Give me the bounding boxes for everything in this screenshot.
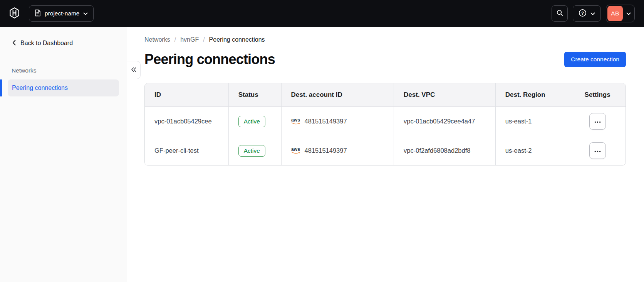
row-settings-button[interactable] xyxy=(589,142,606,159)
cell-settings xyxy=(569,107,626,136)
search-icon xyxy=(556,9,564,18)
sidebar-item-peering-connections[interactable]: Peering connections xyxy=(8,79,119,96)
cell-status: Active xyxy=(229,107,282,136)
status-badge: Active xyxy=(238,116,265,127)
svg-text:?: ? xyxy=(581,10,584,15)
breadcrumb-separator: / xyxy=(174,36,176,43)
search-button[interactable] xyxy=(552,5,568,22)
table-header-row: ID Status Dest. account ID Dest. VPC Des… xyxy=(145,83,626,107)
double-chevron-left-icon xyxy=(131,67,136,73)
table-row: vpc-01acb05429cee Active aws xyxy=(145,107,626,136)
page-title: Peering connections xyxy=(144,51,275,68)
avatar: AB xyxy=(607,6,623,21)
sidebar: Back to Dashboard Networks Peering conne… xyxy=(0,27,127,282)
hashicorp-logo[interactable] xyxy=(9,7,20,20)
account-menu-button[interactable]: AB xyxy=(606,5,635,22)
chevron-down-icon xyxy=(590,10,595,17)
column-header-vpc: Dest. VPC xyxy=(394,83,496,107)
body: Back to Dashboard Networks Peering conne… xyxy=(0,27,644,282)
cell-vpc: vpc-0f2afd6808ad2bdf8 xyxy=(394,136,496,165)
chevron-down-icon xyxy=(83,10,88,17)
aws-icon: aws xyxy=(291,118,300,125)
chevron-left-icon xyxy=(12,40,16,47)
breadcrumb-current: Peering connections xyxy=(209,36,265,43)
status-badge: Active xyxy=(238,145,265,157)
peering-connections-table: ID Status Dest. account ID Dest. VPC Des… xyxy=(144,83,626,165)
sidebar-nav: Peering connections xyxy=(0,79,127,96)
cell-settings xyxy=(569,136,626,165)
main-content: Networks / hvnGF / Peering connections P… xyxy=(127,27,644,282)
breadcrumb-hvn[interactable]: hvnGF xyxy=(180,36,199,43)
back-to-dashboard-label: Back to Dashboard xyxy=(20,40,73,47)
breadcrumb: Networks / hvnGF / Peering connections xyxy=(144,36,626,43)
aws-icon: aws xyxy=(291,147,300,154)
cell-account: aws 481515149397 xyxy=(282,107,394,136)
breadcrumb-networks[interactable]: Networks xyxy=(144,36,170,43)
project-selector-label: project-name xyxy=(45,10,79,17)
column-header-settings: Settings xyxy=(569,83,626,107)
account-id: 481515149397 xyxy=(305,147,347,154)
cell-account: aws 481515149397 xyxy=(282,136,394,165)
breadcrumb-separator: / xyxy=(203,36,205,43)
page: project-name xyxy=(0,0,644,282)
title-row: Peering connections Create connection xyxy=(144,51,626,68)
cell-id: GF-peer-cli-test xyxy=(145,136,229,165)
project-selector[interactable]: project-name xyxy=(29,5,94,22)
hashicorp-logo-icon xyxy=(9,7,20,20)
table-row: GF-peer-cli-test Active aws xyxy=(145,136,626,165)
cell-status: Active xyxy=(229,136,282,165)
column-header-region: Dest. Region xyxy=(496,83,570,107)
cell-vpc: vpc-01acb05429cee4a47 xyxy=(394,107,496,136)
ellipsis-icon xyxy=(594,148,601,154)
column-header-account: Dest. account ID xyxy=(282,83,394,107)
help-icon: ? xyxy=(579,9,587,19)
sidebar-collapse-button[interactable] xyxy=(127,61,141,79)
account-id: 481515149397 xyxy=(305,118,347,125)
chevron-down-icon xyxy=(626,10,631,17)
ellipsis-icon xyxy=(594,118,601,124)
topbar: project-name xyxy=(0,0,644,27)
row-settings-button[interactable] xyxy=(589,113,606,130)
column-header-status: Status xyxy=(229,83,282,107)
document-icon xyxy=(35,9,41,18)
sidebar-section-networks: Networks xyxy=(12,67,127,74)
back-to-dashboard-link[interactable]: Back to Dashboard xyxy=(12,35,127,51)
active-indicator xyxy=(0,79,2,96)
cell-region: us-east-1 xyxy=(496,107,570,136)
sidebar-item-label: Peering connections xyxy=(12,84,68,91)
topbar-actions: ? AB xyxy=(552,5,635,22)
help-menu-button[interactable]: ? xyxy=(573,5,601,22)
cell-id: vpc-01acb05429cee xyxy=(145,107,229,136)
create-connection-button[interactable]: Create connection xyxy=(564,52,626,67)
column-header-id: ID xyxy=(145,83,229,107)
cell-region: us-east-2 xyxy=(496,136,570,165)
